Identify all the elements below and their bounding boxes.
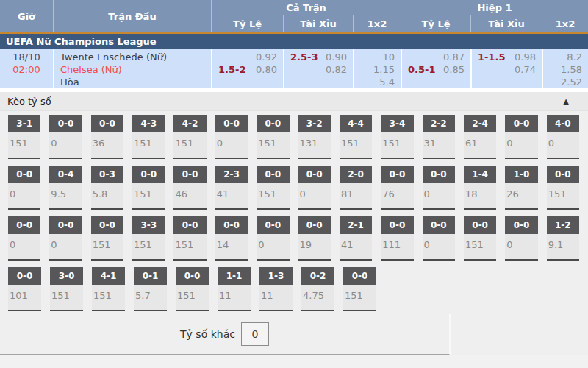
score-odds-value: 0 bbox=[257, 239, 289, 250]
score-bet-cell-0-0[interactable]: 0-0101 bbox=[8, 267, 41, 311]
score-label: 1-0 bbox=[505, 166, 537, 183]
other-score-input[interactable] bbox=[241, 322, 269, 346]
score-bet-cell-0-0[interactable]: 0-00 bbox=[49, 216, 82, 261]
score-bet-cell-1-2[interactable]: 1-29.1 bbox=[547, 216, 579, 261]
score-odds-value: 5.8 bbox=[91, 188, 123, 199]
score-bet-cell-0-1[interactable]: 0-15.7 bbox=[134, 267, 167, 311]
score-bet-cell-0-0[interactable]: 0-076 bbox=[381, 166, 413, 210]
score-bet-cell-0-0[interactable]: 0-0151 bbox=[343, 267, 376, 311]
score-bet-cell-0-0[interactable]: 0-0151 bbox=[257, 166, 289, 210]
score-bet-cell-0-0[interactable]: 0-019 bbox=[298, 216, 331, 261]
full-over-odds[interactable]: 0.90 bbox=[326, 51, 347, 63]
score-label: 0-0 bbox=[505, 115, 537, 132]
score-bet-cell-3-0[interactable]: 3-0151 bbox=[50, 267, 83, 311]
score-bet-cell-0-0[interactable]: 0-0151 bbox=[91, 216, 123, 261]
score-bet-cell-0-0[interactable]: 0-00 bbox=[423, 166, 455, 210]
score-odds-value: 151 bbox=[91, 239, 123, 250]
score-bet-cell-0-0[interactable]: 0-0151 bbox=[173, 216, 206, 261]
score-odds-value: 31 bbox=[423, 138, 455, 149]
score-bet-cell-0-0[interactable]: 0-00 bbox=[8, 166, 40, 210]
score-bet-cell-0-0[interactable]: 0-00 bbox=[505, 115, 537, 159]
collapse-arrow-icon[interactable]: ▲ bbox=[563, 97, 569, 105]
score-bet-cell-0-2[interactable]: 0-24.75 bbox=[301, 267, 334, 311]
score-bet-cell-0-0[interactable]: 0-036 bbox=[91, 115, 123, 159]
score-bet-cell-3-1[interactable]: 3-1151 bbox=[8, 115, 40, 159]
score-bet-cell-0-0[interactable]: 0-00 bbox=[49, 115, 82, 159]
score-label: 4-1 bbox=[92, 267, 125, 285]
score-bet-cell-0-3[interactable]: 0-35.8 bbox=[91, 166, 123, 210]
score-grid: 3-11510-000-0364-31514-21510-000-01513-2… bbox=[0, 111, 588, 314]
full-1x2-home-odds[interactable]: 10 bbox=[382, 51, 395, 63]
score-bet-cell-4-2[interactable]: 4-2151 bbox=[173, 115, 206, 159]
score-label: 0-0 bbox=[49, 216, 82, 234]
score-bet-cell-2-3[interactable]: 2-341 bbox=[215, 166, 248, 210]
score-label: 0-0 bbox=[132, 166, 165, 183]
h1-over-odds[interactable]: 0.98 bbox=[514, 51, 536, 63]
score-odds-value: 0 bbox=[8, 188, 40, 199]
score-label: 0-0 bbox=[505, 216, 537, 234]
score-bet-cell-0-0[interactable]: 0-046 bbox=[173, 166, 206, 210]
score-bet-cell-0-0[interactable]: 0-00 bbox=[505, 216, 537, 261]
correct-score-panel: 3-11510-000-0364-31514-21510-000-01513-2… bbox=[0, 111, 588, 368]
score-bet-cell-4-1[interactable]: 4-1151 bbox=[92, 267, 125, 311]
score-bet-cell-1-1[interactable]: 1-111 bbox=[218, 267, 251, 311]
score-bet-cell-2-4[interactable]: 2-461 bbox=[464, 115, 496, 159]
score-bet-cell-2-2[interactable]: 2-231 bbox=[423, 115, 455, 159]
column-header-h1-handicap: Tỷ Lệ bbox=[401, 15, 470, 32]
h1-1x2-away-odds[interactable]: 1.58 bbox=[561, 63, 582, 76]
score-label: 0-0 bbox=[257, 216, 289, 234]
full-1x2-draw-odds[interactable]: 5.4 bbox=[379, 76, 395, 88]
score-bet-cell-0-0[interactable]: 0-00 bbox=[298, 166, 331, 210]
score-bet-cell-1-3[interactable]: 1-311 bbox=[259, 267, 293, 311]
score-odds-value: 151 bbox=[257, 188, 289, 199]
score-bet-cell-0-0[interactable]: 0-00 bbox=[215, 115, 248, 159]
score-bet-cell-2-1[interactable]: 2-141 bbox=[340, 216, 372, 261]
score-odds-value: 9.5 bbox=[49, 188, 82, 199]
column-group-full-match: Cả Trận Tỷ Lệ Tài Xỉu 1x2 bbox=[211, 0, 401, 32]
odds-table-header: Giờ Trận Đấu Cả Trận Tỷ Lệ Tài Xỉu 1x2 H… bbox=[0, 0, 588, 32]
score-bet-cell-2-0[interactable]: 2-081 bbox=[340, 166, 372, 210]
score-bet-cell-0-0[interactable]: 0-0151 bbox=[176, 267, 209, 311]
h1-handicap-away-odds[interactable]: 0.85 bbox=[443, 63, 465, 76]
score-label: 3-4 bbox=[381, 115, 413, 132]
score-bet-cell-4-4[interactable]: 4-4151 bbox=[340, 115, 372, 159]
score-odds-value: 0 bbox=[423, 188, 455, 199]
score-label: 0-0 bbox=[381, 216, 413, 234]
score-bet-cell-4-3[interactable]: 4-3151 bbox=[132, 115, 165, 159]
score-bet-cell-3-2[interactable]: 3-2131 bbox=[298, 115, 331, 159]
other-score-label: Tỷ số khác bbox=[180, 328, 235, 340]
match-time-cell: 18/10 02:00 bbox=[0, 49, 53, 88]
score-bet-cell-0-4[interactable]: 0-49.5 bbox=[49, 166, 82, 210]
full-handicap-line: 1.5-2 bbox=[218, 63, 245, 76]
score-label: 0-0 bbox=[298, 216, 331, 234]
score-bet-cell-4-0[interactable]: 4-00 bbox=[547, 115, 579, 159]
score-label: 4-4 bbox=[340, 115, 372, 132]
score-bet-cell-3-4[interactable]: 3-4151 bbox=[381, 115, 413, 159]
full-1x2-away-odds[interactable]: 1.15 bbox=[373, 63, 395, 76]
full-handicap-home-odds[interactable]: 0.92 bbox=[256, 51, 277, 63]
league-title-bar: UEFA Nữ Champions League bbox=[0, 34, 588, 49]
match-kickoff-time: 02:00 bbox=[0, 63, 53, 76]
score-bet-cell-1-0[interactable]: 1-026 bbox=[505, 166, 537, 210]
score-bet-cell-0-0[interactable]: 0-00 bbox=[8, 216, 40, 261]
score-bet-cell-0-0[interactable]: 0-0111 bbox=[381, 216, 413, 261]
score-bet-cell-0-0[interactable]: 0-00 bbox=[257, 216, 289, 261]
full-under-odds[interactable]: 0.82 bbox=[326, 63, 347, 76]
full-handicap-away-odds[interactable]: 0.80 bbox=[256, 63, 277, 76]
h1-under-odds[interactable]: 0.74 bbox=[514, 63, 536, 76]
score-bet-cell-0-0[interactable]: 0-00 bbox=[423, 216, 455, 261]
h1-1x2-draw-odds[interactable]: 2.52 bbox=[561, 76, 582, 88]
score-odds-value: 151 bbox=[340, 138, 372, 149]
score-bet-cell-0-0[interactable]: 0-0151 bbox=[547, 166, 579, 210]
correct-score-section-bar[interactable]: Kèo tỷ số ▲ bbox=[0, 92, 588, 111]
score-bet-cell-0-0[interactable]: 0-0151 bbox=[132, 166, 165, 210]
score-bet-cell-0-0[interactable]: 0-0151 bbox=[257, 115, 289, 159]
score-odds-value: 151 bbox=[257, 138, 289, 149]
h1-1x2-home-odds[interactable]: 8.2 bbox=[567, 51, 582, 63]
score-odds-value: 18 bbox=[464, 188, 496, 199]
score-bet-cell-1-4[interactable]: 1-418 bbox=[464, 166, 496, 210]
score-bet-cell-3-3[interactable]: 3-3151 bbox=[132, 216, 165, 261]
score-bet-cell-0-0[interactable]: 0-014 bbox=[215, 216, 248, 261]
h1-handicap-home-odds[interactable]: 0.87 bbox=[443, 51, 465, 63]
score-bet-cell-0-0[interactable]: 0-0151 bbox=[464, 216, 496, 261]
